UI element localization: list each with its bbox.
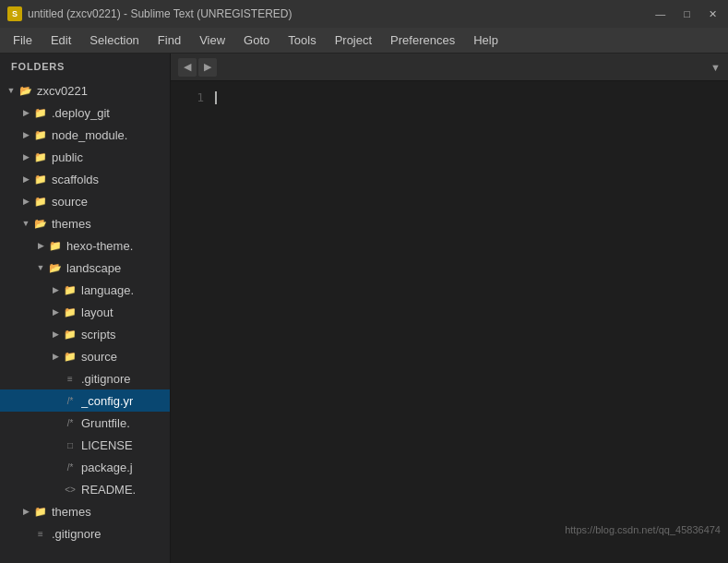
tree-label-themes: themes <box>52 217 91 231</box>
tree-arrow-source2 <box>48 349 63 364</box>
tree-label-node_modules: node_module. <box>52 128 127 142</box>
file-icon-readme: <> <box>63 483 78 496</box>
title-bar: S untitled (zxcv0221) - Sublime Text (UN… <box>0 0 728 28</box>
folder-icon-layout <box>63 305 78 319</box>
sidebar-header: FOLDERS <box>0 54 170 79</box>
tree-label-license: LICENSE <box>81 438 133 452</box>
tree-item-gitignore[interactable]: ≡.gitignore <box>0 367 170 389</box>
tree-item-root[interactable]: zxcv0221 <box>0 79 170 102</box>
minimize-button[interactable]: — <box>651 6 669 21</box>
tree-item-package[interactable]: /*package.j <box>0 456 170 478</box>
tree-item-readme[interactable]: <>README. <box>0 478 170 500</box>
file-icon-config_yml: /* <box>63 394 78 407</box>
tree-label-scaffolds: scaffolds <box>52 173 99 186</box>
tree-item-themes2[interactable]: themes <box>0 500 170 522</box>
tree-label-gruntfile: Gruntfile. <box>81 416 130 430</box>
tree-item-deploy_git[interactable]: .deploy_git <box>0 102 170 124</box>
tree-item-license[interactable]: □LICENSE <box>0 434 170 456</box>
tree-item-scripts[interactable]: scripts <box>0 323 170 345</box>
file-icon-package: /* <box>63 461 78 473</box>
file-icon-license: □ <box>63 438 78 451</box>
tree-label-deploy_git: .deploy_git <box>52 106 110 120</box>
tree-item-themes[interactable]: themes <box>0 212 170 234</box>
main-area: FOLDERS zxcv0221.deploy_gitnode_module.p… <box>0 54 728 563</box>
folder-icon-source <box>33 194 48 209</box>
folder-icon-public <box>33 150 48 164</box>
line-numbers: 1 <box>171 81 208 563</box>
menu-bar: File Edit Selection Find View Goto Tools… <box>0 28 728 54</box>
nav-back-button[interactable]: ◀ <box>178 58 197 77</box>
editor-content[interactable]: 1 https://blog.csdn.net/qq_45836474 <box>171 81 728 563</box>
nav-forward-button[interactable]: ▶ <box>198 58 217 77</box>
tree-label-source2: source <box>81 350 117 364</box>
code-editor[interactable] <box>208 81 728 563</box>
tree-item-node_modules[interactable]: node_module. <box>0 124 170 146</box>
folder-icon-root <box>18 83 33 98</box>
folder-icon-scripts <box>63 327 78 341</box>
menu-file[interactable]: File <box>4 30 42 51</box>
tree-label-gitignore2: .gitignore <box>52 527 101 541</box>
maximize-button[interactable]: □ <box>680 6 694 21</box>
file-icon-gruntfile: /* <box>63 416 78 429</box>
tree-item-layout[interactable]: layout <box>0 301 170 323</box>
tree-item-language[interactable]: language. <box>0 279 170 301</box>
tree-label-gitignore: .gitignore <box>81 372 130 386</box>
editor-toolbar: ◀ ▶ ▼ <box>171 54 728 81</box>
tree-label-layout: layout <box>81 305 113 319</box>
tree-item-hexo-theme[interactable]: hexo-theme. <box>0 234 170 257</box>
file-icon-gitignore: ≡ <box>63 372 78 385</box>
window-title: untitled (zxcv0221) - Sublime Text (UNRE… <box>28 7 651 20</box>
tree-arrow-language <box>48 282 63 297</box>
folder-icon-scaffolds <box>33 172 48 186</box>
menu-help[interactable]: Help <box>464 30 507 51</box>
tree-item-public[interactable]: public <box>0 146 170 168</box>
menu-goto[interactable]: Goto <box>234 30 279 51</box>
tree-arrow-hexo-theme <box>33 238 48 253</box>
folder-icon-deploy_git <box>33 105 48 120</box>
tree-label-scripts: scripts <box>81 328 116 341</box>
tree-arrow-scaffolds <box>18 172 33 186</box>
tree-arrow-source <box>18 194 33 209</box>
folder-icon-hexo-theme <box>48 238 63 253</box>
folder-icon-source2 <box>63 349 78 364</box>
tree-arrow-themes2 <box>18 504 33 519</box>
tree-arrow-layout <box>48 305 63 319</box>
tree-item-scaffolds[interactable]: scaffolds <box>0 168 170 190</box>
tree-arrow-scripts <box>48 327 63 341</box>
tree-label-readme: README. <box>81 483 136 497</box>
close-button[interactable]: ✕ <box>705 6 721 22</box>
tree-label-package: package.j <box>81 461 133 474</box>
menu-project[interactable]: Project <box>326 30 381 51</box>
app-icon: S <box>7 6 22 21</box>
tree-arrow-public <box>18 150 33 164</box>
folder-icon-node_modules <box>33 127 48 142</box>
tree-label-root: zxcv0221 <box>37 84 88 98</box>
menu-view[interactable]: View <box>190 30 234 51</box>
sidebar: FOLDERS zxcv0221.deploy_gitnode_module.p… <box>0 54 171 563</box>
tree-arrow-themes <box>18 216 33 231</box>
tree-item-source2[interactable]: source <box>0 345 170 367</box>
tree-item-gruntfile[interactable]: /*Gruntfile. <box>0 412 170 434</box>
menu-find[interactable]: Find <box>149 30 190 51</box>
file-icon-gitignore2: ≡ <box>33 527 48 540</box>
menu-tools[interactable]: Tools <box>279 30 325 51</box>
tree-item-config_yml[interactable]: /*_config.yr <box>0 389 170 412</box>
text-cursor <box>215 91 217 104</box>
tree-item-landscape[interactable]: landscape <box>0 257 170 279</box>
editor-dropdown-button[interactable]: ▼ <box>710 62 721 73</box>
tree-item-source[interactable]: source <box>0 190 170 212</box>
tree-arrow-node_modules <box>18 127 33 142</box>
tree-item-gitignore2[interactable]: ≡.gitignore <box>0 522 170 545</box>
menu-edit[interactable]: Edit <box>42 30 80 51</box>
tree-label-hexo-theme: hexo-theme. <box>66 239 133 253</box>
editor-area: ◀ ▶ ▼ 1 https://blog.csdn.net/qq_4583647… <box>171 54 728 563</box>
menu-selection[interactable]: Selection <box>80 30 148 51</box>
tree-label-language: language. <box>81 283 134 297</box>
tree-label-source: source <box>52 195 88 209</box>
tree-arrow-root <box>4 83 18 98</box>
window-controls: — □ ✕ <box>651 6 721 22</box>
file-tree: zxcv0221.deploy_gitnode_module.publicsca… <box>0 79 170 545</box>
menu-preferences[interactable]: Preferences <box>381 30 464 51</box>
line-number: 1 <box>171 89 204 107</box>
folder-icon-language <box>63 282 78 297</box>
